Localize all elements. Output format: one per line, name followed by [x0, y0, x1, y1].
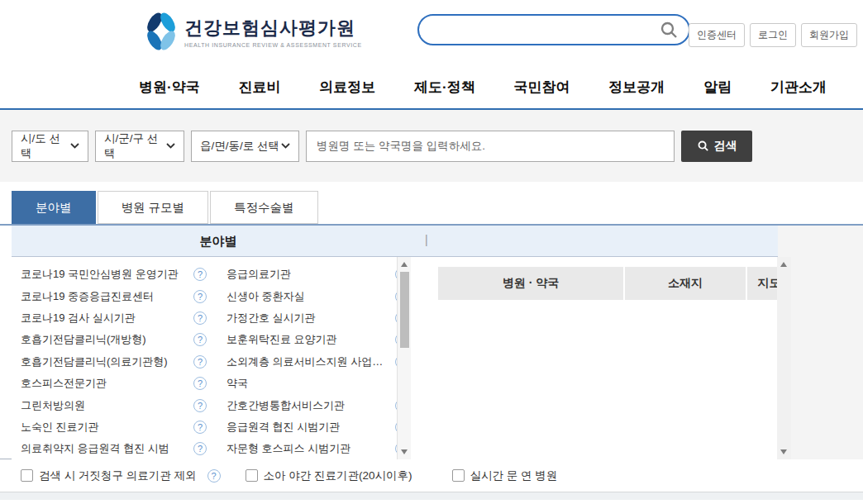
nav-item[interactable]: 국민참여 — [514, 78, 570, 97]
utility-buttons: 인증센터로그인회원가입 — [689, 23, 857, 47]
category-item-label: 의료취약지 응급원격 협진 시범 — [21, 441, 169, 456]
category-column-1: 코로나19 국민안심병원 운영기관?코로나19 중증응급진료센터?코로나19 검… — [21, 264, 207, 459]
utility-button[interactable]: 인증센터 — [689, 23, 745, 47]
nav-item[interactable]: 진료비 — [238, 78, 280, 97]
filter-bar: 시/도 선택 시/군/구 선택 읍/면/동/로 선택 검색 — [0, 110, 863, 182]
scroll-up-icon[interactable] — [401, 262, 408, 267]
category-item-label: 그린처방의원 — [21, 398, 85, 413]
category-item[interactable]: 호흡기전담클리닉(의료기관형)? — [21, 351, 207, 373]
utility-button[interactable]: 회원가입 — [801, 23, 857, 47]
panel-title-row: 분야별 | — [0, 226, 863, 257]
results-table-header: 병원 · 약국 — [438, 267, 623, 300]
chevron-down-icon — [281, 143, 290, 149]
help-icon[interactable]: ? — [193, 311, 207, 325]
chevron-down-icon — [70, 143, 79, 149]
keyword-input[interactable] — [306, 131, 675, 162]
category-item[interactable]: 약국 — [226, 373, 408, 394]
sigungu-select[interactable]: 시/군/구 선택 — [95, 131, 184, 162]
help-icon[interactable]: ? — [193, 442, 207, 455]
category-item[interactable]: 호스피스전문기관? — [21, 373, 207, 394]
category-item-label: 코로나19 국민안심병원 운영기관 — [21, 267, 179, 282]
tab[interactable]: 분야별 — [12, 191, 96, 224]
logo[interactable]: 건강보험심사평가원 HEALTH INSURANCE REVIEW & ASSE… — [145, 12, 362, 51]
category-item[interactable]: 가정간호 실시기관? — [226, 307, 408, 329]
help-icon[interactable]: ? — [193, 290, 207, 303]
dong-select-value: 읍/면/동/로 선택 — [200, 139, 279, 154]
search-icon[interactable] — [659, 20, 679, 40]
category-item-label: 노숙인 진료기관 — [21, 420, 99, 435]
footer-filter-label: 검색 시 거짓청구 의료기관 제외 — [39, 468, 197, 483]
category-item[interactable]: 응급원격 협진 시범기관? — [226, 416, 408, 438]
help-icon[interactable]: ? — [193, 399, 207, 412]
nav-item[interactable]: 정보공개 — [608, 78, 665, 97]
checkbox[interactable] — [246, 469, 258, 482]
help-icon[interactable]: ? — [193, 377, 207, 390]
sigungu-select-value: 시/군/구 선택 — [104, 131, 166, 161]
nav-item[interactable]: 기관소개 — [770, 78, 827, 97]
hira-logo-icon — [145, 12, 178, 51]
scroll-down-icon[interactable] — [780, 449, 787, 454]
global-search-input[interactable] — [432, 17, 659, 42]
category-tabs: 분야별병원 규모별특정수술별 — [12, 191, 863, 224]
nav-item[interactable]: 병원·약국 — [139, 78, 200, 97]
scroll-up-icon[interactable] — [780, 262, 787, 267]
footer-filter-label: 실시간 문 연 병원 — [470, 468, 558, 483]
category-item[interactable]: 호흡기전담클리닉(개방형)? — [21, 329, 207, 350]
help-icon[interactable]: ? — [193, 333, 207, 346]
search-button[interactable]: 검색 — [681, 131, 752, 162]
utility-button[interactable]: 로그인 — [750, 23, 796, 47]
category-item[interactable]: 그린처방의원? — [21, 394, 207, 416]
category-item[interactable]: 보훈위탁진료 요양기관? — [226, 329, 408, 350]
results-scrollbar[interactable] — [777, 257, 791, 459]
results-table-head: 병원 · 약국소재지지도 — [438, 267, 791, 300]
tab[interactable]: 특정수술별 — [210, 191, 318, 224]
category-item-label: 코로나19 검사 실시기관 — [21, 311, 136, 326]
category-item[interactable]: 노숙인 진료기관? — [21, 416, 207, 438]
category-item-label: 보훈위탁진료 요양기관 — [226, 332, 337, 347]
category-item[interactable]: 의료취약지 응급원격 협진 시범? — [21, 438, 207, 459]
logo-subtitle: HEALTH INSURANCE REVIEW & ASSESSMENT SER… — [184, 42, 362, 48]
category-list-columns: 코로나19 국민안심병원 운영기관?코로나19 중증응급진료센터?코로나19 검… — [12, 257, 422, 459]
nav-item[interactable]: 알림 — [703, 78, 732, 97]
main-nav: 병원·약국진료비의료정보제도·정책국민참여정보공개알림기관소개 — [0, 66, 863, 110]
category-item[interactable]: 간호간병통합서비스기관? — [226, 394, 408, 416]
tab[interactable]: 병원 규모별 — [98, 191, 209, 224]
help-icon[interactable]: ? — [193, 268, 207, 281]
dong-select[interactable]: 읍/면/동/로 선택 — [191, 131, 299, 162]
category-item-label: 간호간병통합서비스기관 — [226, 398, 345, 413]
logo-title: 건강보험심사평가원 — [184, 16, 362, 40]
scroll-down-icon[interactable] — [401, 449, 408, 454]
panel-title: 분야별 — [12, 226, 425, 257]
sido-select-value: 시/도 선택 — [21, 131, 70, 161]
help-icon[interactable]: ? — [207, 469, 221, 483]
category-item-label: 약국 — [226, 376, 248, 391]
category-item[interactable]: 소외계층 의료서비스지원 사업…? — [226, 351, 408, 373]
footer-filter-item[interactable]: 소아 야간 진료기관(20시이후) — [246, 468, 412, 483]
site-header: 건강보험심사평가원 HEALTH INSURANCE REVIEW & ASSE… — [0, 0, 863, 66]
category-item[interactable]: 코로나19 중증응급진료센터? — [21, 285, 207, 307]
checkbox[interactable] — [21, 469, 33, 482]
category-item[interactable]: 코로나19 검사 실시기관? — [21, 307, 207, 329]
footer-filter-item[interactable]: 검색 시 거짓청구 의료기관 제외? — [21, 468, 221, 483]
sido-select[interactable]: 시/도 선택 — [12, 131, 88, 162]
checkbox[interactable] — [452, 469, 465, 482]
nav-item[interactable]: 의료정보 — [319, 78, 375, 97]
category-item[interactable]: 자문형 호스피스 시범기관? — [226, 438, 408, 459]
footer-filter-item[interactable]: 실시간 문 연 병원 — [452, 468, 558, 483]
category-scrollbar[interactable] — [397, 257, 411, 459]
content-gray-fill — [791, 257, 863, 459]
category-item[interactable]: 코로나19 국민안심병원 운영기관? — [21, 264, 207, 285]
help-icon[interactable]: ? — [193, 355, 207, 368]
panel-title-bar: 분야별 | — [12, 226, 778, 257]
help-icon[interactable]: ? — [193, 421, 207, 434]
footer-filter-label: 소아 야간 진료기관(20시이후) — [264, 468, 412, 483]
search-icon — [697, 140, 709, 152]
scrollbar-thumb[interactable] — [400, 272, 409, 348]
category-item[interactable]: 응급의료기관? — [226, 264, 408, 285]
chevron-down-icon — [166, 143, 175, 149]
category-item-label: 가정간호 실시기관 — [226, 311, 316, 326]
category-item-label: 호스피스전문기관 — [21, 376, 107, 391]
category-column-2: 응급의료기관?신생아 중환자실?가정간호 실시기관?보훈위탁진료 요양기관?소외… — [226, 264, 408, 459]
nav-item[interactable]: 제도·정책 — [414, 78, 475, 97]
category-item[interactable]: 신생아 중환자실? — [226, 285, 408, 307]
